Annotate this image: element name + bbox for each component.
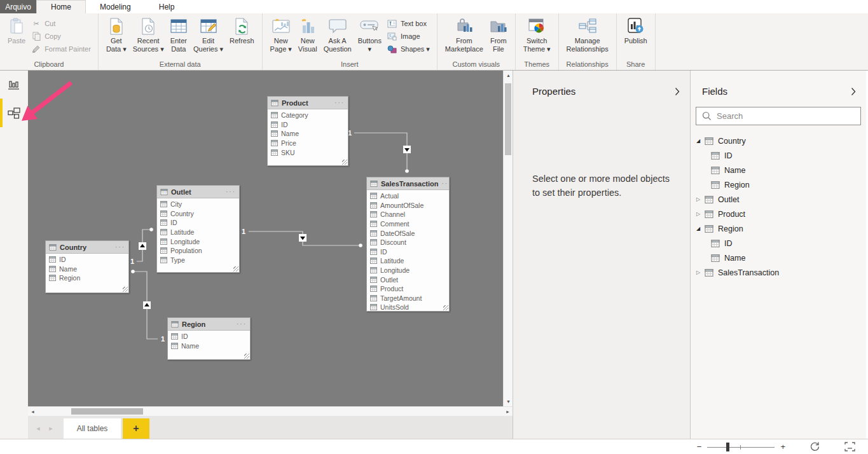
fields-tree-item-ID[interactable]: ID [691,236,866,251]
tab-home[interactable]: Home [36,0,86,13]
cut-button[interactable]: ✂ Cut [31,19,91,28]
get-data-button[interactable]: Get Data ▾ [103,16,130,54]
collapse-fields-icon[interactable] [851,87,856,99]
table-field-SalesTransaction-Product[interactable]: Product [367,284,449,294]
enter-data-button[interactable]: Enter Data [167,16,190,54]
new-visual-button[interactable]: New Visual [295,16,320,54]
fields-tree-item-Region[interactable]: Region [691,177,866,192]
fields-tree-item-Country[interactable]: ◢Country [691,134,866,148]
table-field-Product-Category[interactable]: Category [268,111,348,120]
table-field-Product-SKU[interactable]: SKU [268,148,348,157]
text-box-button[interactable]: Text box [387,19,430,28]
fields-tree-item-SalesTransaction[interactable]: ▷SalesTransaction [691,265,866,280]
table-field-Outlet-Country[interactable]: Country [157,209,239,219]
scroll-right-icon[interactable]: ► [503,407,513,416]
switch-theme-button[interactable]: Switch Theme ▾ [520,16,554,54]
tab-nav-left-icon[interactable]: ◄ [32,418,45,439]
report-view-icon[interactable] [8,80,20,92]
table-field-SalesTransaction-Outlet[interactable]: Outlet [367,275,449,284]
copy-button[interactable]: Copy [31,32,91,41]
table-field-Outlet-Latitude[interactable]: Latitude [157,228,239,237]
table-field-SalesTransaction-ID[interactable]: ID [367,247,449,257]
expander-collapsed-icon[interactable]: ▷ [694,211,702,217]
add-page-tab-button[interactable]: + [123,418,149,439]
table-field-SalesTransaction-Longitude[interactable]: Longitude [367,266,449,275]
publish-button[interactable]: Publish [621,16,651,46]
zoom-in-button[interactable]: + [780,442,785,451]
table-card-Region[interactable]: Region···IDName [167,317,251,360]
table-more-menu-icon[interactable]: ··· [226,188,236,195]
model-view-icon[interactable] [8,107,20,119]
table-field-Country-Region[interactable]: Region [46,273,128,283]
scroll-up-icon[interactable]: ▲ [504,71,513,80]
collapse-properties-icon[interactable] [675,87,680,99]
table-card-Outlet[interactable]: Outlet···CityCountryIDLatitudeLongitudeP… [156,185,240,273]
scroll-left-icon[interactable]: ◄ [28,407,38,416]
table-field-Country-ID[interactable]: ID [46,255,128,265]
zoom-slider[interactable] [707,443,775,451]
fields-tree-item-Name[interactable]: Name [691,251,866,265]
model-diagram-canvas[interactable]: 1111 Product···CategoryIDNamePriceSKUOut… [28,71,513,416]
table-more-menu-icon[interactable]: ··· [115,244,125,251]
table-card-header[interactable]: Country··· [46,241,128,254]
file-menu-button[interactable]: Arquivo [0,0,36,13]
ask-a-question-button[interactable]: Ask A Question [320,16,355,54]
table-field-SalesTransaction-TargetAmount[interactable]: TargetAmount [367,294,449,303]
table-field-Outlet-Population[interactable]: Population [157,246,239,256]
table-field-SalesTransaction-Discount[interactable]: Discount [367,238,449,247]
shapes-button[interactable]: Shapes ▾ [387,45,430,53]
table-field-SalesTransaction-Latitude[interactable]: Latitude [367,256,449,266]
table-resize-grip[interactable] [244,354,249,359]
tab-help[interactable]: Help [145,0,189,13]
table-field-SalesTransaction-AmountOfSale[interactable]: AmountOfSale [367,201,449,210]
tab-nav-right-icon[interactable]: ► [45,418,57,439]
table-field-Outlet-City[interactable]: City [157,200,239,209]
edit-queries-button[interactable]: Edit Queries ▾ [190,16,226,54]
table-field-Product-Name[interactable]: Name [268,129,348,139]
fields-tree-item-Outlet[interactable]: ▷Outlet [691,192,866,207]
vertical-scrollbar-thumb[interactable] [505,83,511,155]
table-resize-grip[interactable] [443,305,448,310]
table-card-SalesTransaction[interactable]: SalesTransaction···ActualAmountOfSaleCha… [366,177,450,312]
from-marketplace-button[interactable]: From Marketplace [442,16,486,54]
zoom-out-button[interactable]: − [697,442,702,451]
format-painter-button[interactable]: Format Painter [31,45,91,53]
table-field-Product-Price[interactable]: Price [268,139,348,148]
fields-tree-item-Product[interactable]: ▷Product [691,207,866,221]
scroll-down-icon[interactable]: ▼ [504,397,513,406]
table-field-SalesTransaction-Comment[interactable]: Comment [367,219,449,229]
page-tab-all-tables[interactable]: All tables [64,418,121,439]
fit-to-screen-icon[interactable] [844,442,855,451]
recent-sources-button[interactable]: Recent Sources ▾ [130,16,167,54]
zoom-slider-thumb[interactable] [726,443,729,451]
expander-collapsed-icon[interactable]: ▷ [694,196,702,202]
table-card-header[interactable]: Product··· [268,97,348,109]
table-field-Region-Name[interactable]: Name [168,341,250,351]
expander-expanded-icon[interactable]: ◢ [694,226,702,231]
reset-zoom-icon[interactable] [809,441,820,452]
table-field-Outlet-ID[interactable]: ID [157,218,239,228]
horizontal-scrollbar[interactable]: ◄ ► [28,406,513,416]
from-file-button[interactable]: From File [486,16,511,54]
vertical-scrollbar[interactable]: ▲ ▼ [503,71,513,406]
table-field-SalesTransaction-DateOfSale[interactable]: DateOfSale [367,228,449,238]
horizontal-scrollbar-thumb[interactable] [71,408,143,415]
paste-button[interactable]: Paste [4,16,29,46]
table-card-header[interactable]: SalesTransaction··· [367,177,449,190]
new-page-button[interactable]: New Page ▾ [267,16,295,54]
buttons-button[interactable]: Buttons ▾ [355,16,385,54]
table-more-menu-icon[interactable]: ··· [442,180,452,187]
table-resize-grip[interactable] [123,287,128,292]
table-field-SalesTransaction-UnitsSold[interactable]: UnitsSold [367,303,449,312]
table-more-menu-icon[interactable]: ··· [334,99,345,106]
table-field-Product-ID[interactable]: ID [268,120,348,130]
table-resize-grip[interactable] [233,266,238,272]
table-card-header[interactable]: Region··· [168,318,250,331]
fields-tree-item-Name[interactable]: Name [691,163,866,177]
fields-tree-item-ID[interactable]: ID [691,148,866,163]
table-field-Country-Name[interactable]: Name [46,265,128,274]
manage-relationships-button[interactable]: Manage Relationships [563,16,612,54]
table-field-SalesTransaction-Actual[interactable]: Actual [367,191,449,201]
table-field-SalesTransaction-Channel[interactable]: Channel [367,210,449,219]
table-field-Outlet-Longitude[interactable]: Longitude [157,237,239,246]
